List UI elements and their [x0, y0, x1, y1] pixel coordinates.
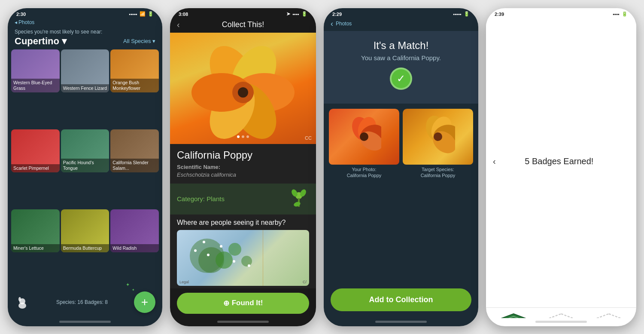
status-icons-2: ➤ ▪▪▪▪ 🔋 [286, 11, 307, 17]
phone-badges: 2:39 ▪▪▪▪ 🔋 ‹ 5 Badges Earned! 🐸 Tadpole [486, 8, 636, 326]
time-1: 2:30 [16, 12, 26, 17]
add-to-collection-button[interactable]: Add to Collection [331, 288, 471, 311]
back-arrow-2[interactable]: ‹ [177, 20, 180, 30]
species-item-4[interactable]: Pacific Hound's Tongue [61, 129, 109, 172]
wifi-icon-2: ▪▪▪▪ [292, 12, 299, 17]
target-photo-img [403, 109, 473, 165]
species-label-6: Miner's Lettuce [11, 244, 60, 252]
photos-label-1: Photos [18, 19, 34, 25]
badges-grid: 🐸 Tadpole Cub Surveyor [486, 308, 636, 318]
user-photo-img [329, 109, 399, 165]
photos-back-3: Photos [336, 21, 352, 27]
signal-icon-1: ▪▪▪▪▪ [129, 12, 138, 17]
subtitle-1: Species you're most likely to see near: [8, 27, 162, 35]
badges-header: ‹ 5 Badges Earned! [486, 18, 636, 308]
status-icons-4: ▪▪▪▪ 🔋 [613, 11, 628, 17]
category-text: Category: Plants [177, 195, 225, 202]
dog-icon [15, 294, 30, 310]
home-indicator-3 [375, 321, 427, 323]
found-it-label: Found It! [232, 299, 263, 307]
photos-back-1[interactable]: ◂ Photos [8, 18, 162, 27]
status-bar-3: 2:29 ▪▪▪▪▪ 🔋 [324, 8, 478, 18]
category-row: Category: Plants [170, 184, 316, 214]
svg-point-10 [238, 87, 248, 98]
cc-label: CC [305, 135, 312, 141]
svg-marker-26 [500, 314, 527, 318]
where-title: Where are people seeing it nearby? [177, 219, 309, 227]
species-item-1[interactable]: Western Fence Lizard [61, 49, 109, 92]
add-button[interactable]: + [134, 291, 155, 313]
location-name[interactable]: Cupertino ▾ [15, 36, 67, 47]
sci-label: Scientific Name: [177, 164, 220, 170]
species-label-0: Western Blue-Eyed Grass [11, 79, 60, 92]
svg-point-20 [360, 132, 368, 141]
phone-match: 2:29 ▪▪▪▪▪ 🔋 ‹ Photos It's a Match! You … [324, 8, 478, 326]
status-bar-1: 2:30 ▪▪▪▪▪ 📶 🔋 [8, 8, 162, 18]
home-indicator-2 [217, 321, 269, 323]
header-row-2: ‹ Collect This! [170, 18, 316, 33]
species-item-8[interactable]: Wild Radish [110, 209, 159, 252]
phone1-content: ◂ Photos Species you're most likely to s… [8, 18, 162, 326]
status-icons-1: ▪▪▪▪▪ 📶 🔋 [129, 11, 154, 17]
species-item-2[interactable]: Orange Bush Monkeyflower [110, 49, 159, 92]
map-container[interactable]: Legal C/ [177, 230, 309, 286]
found-it-plus-icon: ⊕ [223, 299, 229, 308]
sci-name: Eschscholzia californica [177, 172, 236, 178]
dot-1 [237, 135, 240, 138]
species-label-3: Scarlet Pimpernel [11, 164, 60, 172]
user-photo: Your Photo:California Poppy [329, 109, 399, 179]
status-icons-3: ▪▪▪▪▪ 🔋 [453, 11, 470, 17]
species-item-6[interactable]: Miner's Lettuce [11, 209, 60, 252]
dot-indicators [237, 135, 249, 138]
badge-cub: Cub [539, 313, 583, 318]
filter-dropdown[interactable]: All Species ▾ [123, 38, 155, 44]
species-label-2: Orange Bush Monkeyflower [110, 79, 159, 92]
time-4: 2:39 [495, 12, 504, 17]
battery-icon-4: 🔋 [622, 11, 628, 17]
species-item-3[interactable]: Scarlet Pimpernel [11, 129, 60, 172]
species-item-7[interactable]: Bermuda Buttercup [61, 209, 109, 252]
time-2: 3:08 [179, 12, 188, 17]
dot-2 [242, 135, 244, 138]
species-label-4: Pacific Hound's Tongue [61, 159, 109, 172]
svg-point-25 [434, 132, 442, 141]
wifi-icon-3: ▪▪▪▪▪ [453, 12, 462, 17]
where-section: Where are people seeing it nearby? Legal [170, 214, 316, 288]
species-item-5[interactable]: California Slender Salam... [110, 129, 159, 172]
badge-surveyor-shape [594, 313, 623, 318]
back-arrow-4[interactable]: ‹ [493, 156, 496, 166]
home-indicator-1 [59, 321, 111, 323]
location-icon: ➤ [286, 11, 290, 17]
battery-icon-2: 🔋 [301, 11, 307, 17]
species-grid: Western Blue-Eyed Grass Western Fence Li… [8, 49, 162, 288]
time-3: 2:29 [332, 12, 342, 17]
svg-point-15 [293, 201, 301, 207]
match-title: It's a Match! [331, 40, 471, 52]
home-indicator-4 [535, 321, 587, 323]
species-label-5: California Slender Salam... [110, 159, 159, 172]
sparkle-icon2: ✦ [132, 288, 135, 292]
badge-cub-shape [547, 313, 576, 318]
species-label-7: Bermuda Buttercup [61, 244, 109, 252]
spacer-3 [324, 184, 478, 281]
svg-marker-29 [547, 314, 575, 318]
bottom-bar-1: Species: 16 Badges: 8 ✦ ✦ + [8, 288, 162, 318]
status-bar-4: 2:39 ▪▪▪▪ 🔋 [486, 8, 636, 18]
status-bar-2: 3:08 ➤ ▪▪▪▪ 🔋 [170, 8, 316, 18]
wifi-icon-4: ▪▪▪▪ [613, 12, 620, 17]
species-name-2: California Poppy [177, 149, 309, 161]
header-title-2: Collect This! [222, 20, 264, 29]
target-photo-label: Target Species:California Poppy [403, 165, 473, 179]
plant-icon [289, 188, 309, 210]
match-checkmark: ✓ [390, 67, 412, 90]
poppy-art [187, 37, 299, 140]
back-arrow-3[interactable]: ‹ [331, 19, 333, 28]
found-it-button[interactable]: ⊕ Found It! [177, 293, 309, 314]
species-item-0[interactable]: Western Blue-Eyed Grass [11, 49, 60, 92]
species-label-1: Western Fence Lizard [61, 84, 109, 92]
phone-species-list: 2:30 ▪▪▪▪▪ 📶 🔋 ◂ Photos Species you're m… [8, 8, 162, 326]
species-info: California Poppy Scientific Name: Eschsc… [170, 144, 316, 184]
wifi-icon-1: 📶 [140, 11, 146, 17]
badges-title: 5 Badges Earned! [499, 156, 619, 166]
battery-icon-1: 🔋 [148, 11, 154, 17]
